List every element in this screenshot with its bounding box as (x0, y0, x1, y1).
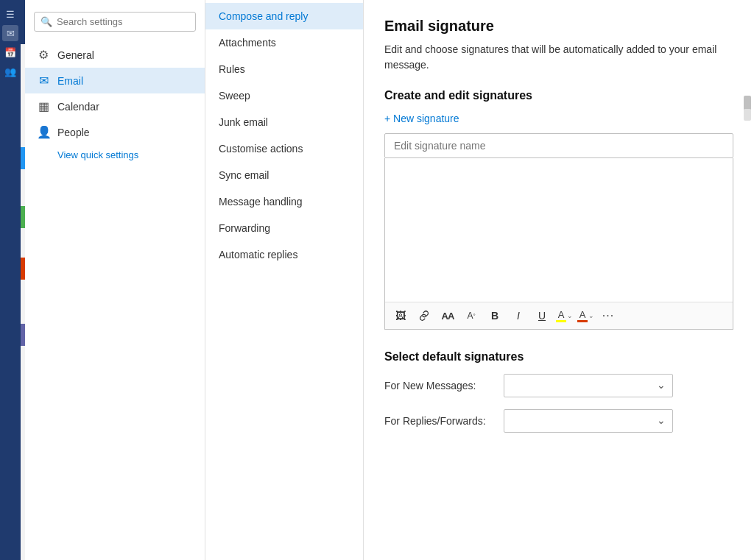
new-messages-dropdown-wrapper: None (504, 374, 673, 397)
nav-item-email[interactable]: ✉ Email (25, 68, 205, 93)
calendar-icon: ▦ (37, 99, 50, 113)
content-area: Email signature Edit and choose signatur… (364, 0, 754, 560)
nav-label-calendar: Calendar (57, 101, 99, 113)
submenu-item-message-handling[interactable]: Message handling (205, 188, 363, 215)
new-messages-label: For New Messages: (384, 380, 495, 391)
signature-editor[interactable]: 🖼 AA A° B I U (384, 158, 733, 330)
insert-image-button[interactable]: 🖼 (391, 306, 410, 325)
submenu-item-junk-email[interactable]: Junk email (205, 109, 363, 135)
replies-forwards-dropdown[interactable]: None (504, 409, 673, 433)
font-color-button[interactable]: A ⌄ (577, 309, 594, 323)
new-messages-dropdown[interactable]: None (504, 374, 673, 397)
select-defaults-section: Select default signatures For New Messag… (384, 350, 733, 433)
nav-item-calendar[interactable]: ▦ Calendar (25, 93, 205, 119)
signature-name-input[interactable] (384, 133, 733, 158)
submenu-item-compose-reply[interactable]: Compose and reply (205, 3, 363, 29)
scroll-indicator-1 (744, 96, 751, 110)
search-box[interactable]: 🔍 (34, 12, 196, 32)
email-signature-title: Email signature (384, 18, 733, 35)
view-quick-settings-link[interactable]: View quick settings (25, 145, 205, 165)
new-signature-button[interactable]: + New signature (384, 113, 459, 124)
submenu-item-attachments[interactable]: Attachments (205, 29, 363, 56)
search-icon: 🔍 (40, 16, 52, 27)
app-bar: ☰ ✉ 📅 👥 (0, 0, 21, 560)
submenu-item-forwarding[interactable]: Forwarding (205, 215, 363, 241)
font-size-button[interactable]: AA (438, 306, 457, 325)
app-bar-menu-icon[interactable]: ☰ (2, 6, 18, 22)
more-options-button[interactable]: ··· (599, 306, 618, 325)
submenu-item-sync-email[interactable]: Sync email (205, 162, 363, 188)
nav-item-general[interactable]: ⚙ General (25, 42, 205, 68)
settings-nav: 🔍 ⚙ General ✉ Email ▦ Calendar 👤 People … (25, 0, 205, 560)
nav-label-people: People (57, 127, 90, 138)
scroll-indicator-2 (744, 109, 751, 121)
replies-forwards-dropdown-wrapper: None (504, 409, 673, 433)
submenu-item-automatic-replies[interactable]: Automatic replies (205, 241, 363, 268)
underline-button[interactable]: U (532, 306, 552, 325)
superscript-button[interactable]: A° (462, 306, 481, 325)
bold-button[interactable]: B (485, 306, 504, 325)
email-icon: ✉ (37, 74, 50, 88)
people-icon: 👤 (37, 125, 50, 139)
insert-link-button[interactable] (415, 306, 434, 325)
nav-item-people[interactable]: 👤 People (25, 119, 205, 145)
app-bar-calendar-icon[interactable]: 📅 (2, 44, 18, 60)
email-signature-description: Edit and choose signatures that will be … (384, 42, 733, 73)
highlight-button[interactable]: A ⌄ (556, 309, 573, 323)
submenu-item-sweep[interactable]: Sweep (205, 82, 363, 109)
replies-forwards-row: For Replies/Forwards: None (384, 409, 733, 433)
replies-forwards-label: For Replies/Forwards: (384, 415, 495, 427)
search-input[interactable] (57, 16, 189, 27)
nav-label-general: General (57, 49, 94, 61)
new-messages-row: For New Messages: None (384, 374, 733, 397)
editor-toolbar: 🖼 AA A° B I U (385, 302, 733, 329)
nav-label-email: Email (57, 75, 83, 87)
submenu: Compose and reply Attachments Rules Swee… (205, 0, 364, 560)
submenu-item-rules[interactable]: Rules (205, 56, 363, 82)
editor-body[interactable] (385, 158, 733, 302)
gear-icon: ⚙ (37, 48, 50, 62)
app-bar-people-icon[interactable]: 👥 (2, 63, 18, 79)
submenu-item-customise-actions[interactable]: Customise actions (205, 135, 363, 162)
select-defaults-title: Select default signatures (384, 350, 733, 364)
create-edit-signatures-title: Create and edit signatures (384, 89, 733, 102)
italic-button[interactable]: I (509, 306, 528, 325)
app-bar-mail-icon[interactable]: ✉ (2, 25, 18, 41)
